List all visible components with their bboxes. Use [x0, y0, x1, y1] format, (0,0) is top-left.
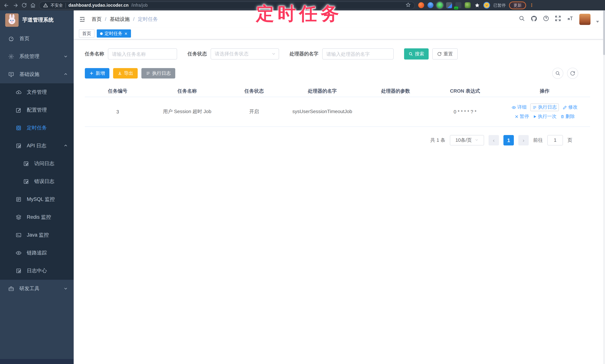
prev-page-button[interactable]: ‹ [488, 135, 499, 145]
eye-icon [16, 250, 22, 256]
close-tab-icon[interactable] [124, 32, 128, 35]
screen: 定时任务 不安全 dashboard.yudao.iocoder.cn /inf… [0, 0, 605, 364]
run-once-link[interactable]: 执行一次 [533, 114, 557, 120]
sidebar-item-config-manage[interactable]: 配置管理 [0, 101, 74, 119]
browser-profile-avatar[interactable] [483, 2, 490, 9]
reset-button-label: 重置 [444, 51, 453, 57]
fullscreen-icon[interactable] [555, 15, 561, 23]
goto-page-input[interactable] [547, 135, 563, 145]
browser-home-icon[interactable] [30, 2, 36, 8]
sidebar-item-access-log[interactable]: 访问日志 [0, 155, 74, 173]
browser-reload-icon[interactable] [22, 3, 27, 8]
extension-green-check-icon[interactable] [437, 2, 443, 8]
sidebar-item-home[interactable]: 首页 [0, 30, 74, 48]
page-scrollbar[interactable] [603, 10, 605, 364]
export-button-label: 导出 [124, 70, 133, 77]
handler-name-label: 处理器的名字 [289, 51, 318, 57]
chevron-up-icon [64, 72, 68, 77]
sidebar-bottom-strip [0, 359, 74, 364]
list-icon [146, 71, 150, 76]
font-size-icon[interactable] [567, 15, 574, 23]
page-1-button[interactable]: 1 [503, 135, 514, 145]
pause-link[interactable]: 暂停 [514, 114, 529, 120]
browser-back-icon[interactable] [4, 2, 9, 8]
job-status-select[interactable]: 请选择任务状态 [210, 48, 279, 60]
page-size-value: 10条/页 [455, 137, 472, 143]
sidebar-collapse-icon[interactable] [79, 16, 86, 23]
total-count: 共 1 条 [430, 137, 445, 143]
search-button-label: 搜索 [415, 51, 424, 57]
sidebar-item-infra[interactable]: 基础设施 [0, 65, 74, 83]
extension-leaf-icon[interactable] [465, 2, 471, 8]
app-logo [5, 13, 19, 27]
tab-home[interactable]: 首页 [79, 29, 94, 38]
add-button[interactable]: 新增 [85, 68, 109, 78]
log-edit-icon [23, 179, 29, 184]
avatar-caret-icon[interactable] [596, 21, 599, 23]
sidebar-item-tracing[interactable]: 链路追踪 [0, 244, 74, 262]
sidebar-item-label: API 日志 [27, 143, 46, 149]
help-icon[interactable] [543, 15, 549, 23]
next-page-button[interactable]: › [518, 135, 529, 145]
detail-link[interactable]: 详细 [512, 104, 527, 110]
briefcase-icon [8, 286, 14, 292]
sidebar-item-mysql-monitor[interactable]: MySQL 监控 [0, 191, 74, 208]
cloud-upload-icon [16, 89, 22, 95]
row-execution-log-link[interactable]: 执行日志 [530, 104, 559, 111]
sidebar-item-error-log[interactable]: 错误日志 [0, 173, 74, 191]
sidebar-item-redis-monitor[interactable]: Redis 监控 [0, 208, 74, 226]
job-name-input[interactable] [108, 48, 177, 60]
search-button[interactable]: 搜索 [404, 48, 429, 60]
refresh-table-button[interactable] [567, 68, 578, 79]
reset-button[interactable]: 重置 [432, 48, 458, 60]
cell-cron: 0 * * * * ? * [431, 97, 499, 127]
extension-grid-icon[interactable] [446, 2, 452, 8]
sidebar-item-label: 基础设施 [19, 71, 39, 78]
user-avatar[interactable] [579, 13, 591, 25]
sidebar-item-java-monitor[interactable]: Java 监控 [0, 226, 74, 244]
bookmark-star-icon[interactable] [406, 2, 411, 8]
delete-link[interactable]: 删除 [560, 114, 575, 120]
browser-update-button[interactable]: 更新 [509, 1, 526, 9]
chevron-down-icon [475, 137, 478, 143]
browser-forward-icon[interactable] [13, 2, 18, 8]
toggle-search-button[interactable] [552, 68, 563, 79]
cell-handler-param [360, 97, 431, 127]
extension-on-badge: on [454, 6, 458, 10]
sidebar-item-label: Redis 监控 [27, 214, 51, 221]
browser-menu-kebab-icon[interactable]: ⋮ [529, 3, 534, 8]
page-scrollbar-thumb[interactable] [603, 10, 605, 55]
execution-log-button[interactable]: 执行日志 [141, 68, 175, 78]
url-bar[interactable]: 不安全 dashboard.yudao.iocoder.cn /infra/jo… [39, 1, 415, 9]
breadcrumb-infra[interactable]: 基础设施 [110, 16, 130, 23]
chevron-down-icon [272, 51, 276, 57]
extension-orange-icon[interactable] [418, 2, 424, 8]
breadcrumb-home[interactable]: 首页 [92, 16, 102, 23]
chevron-up-icon [64, 143, 68, 149]
handler-name-input[interactable] [322, 48, 394, 60]
col-handler-name: 处理器的名字 [284, 86, 360, 97]
sidebar-item-file-manage[interactable]: 文件管理 [0, 83, 74, 101]
sidebar-item-api-log[interactable]: API 日志 [0, 137, 74, 155]
tab-scheduled-jobs[interactable]: 定时任务 [97, 29, 131, 38]
cell-handler-name: sysUserSessionTimeoutJob [284, 97, 360, 127]
extension-star-white-icon[interactable] [474, 2, 480, 8]
page-unit-label: 页 [567, 137, 572, 143]
edit-link[interactable]: 修改 [563, 104, 578, 110]
sidebar: 芋道管理系统 首页 系统管理 基础设施 文件管理 [0, 10, 74, 364]
header-search-icon[interactable] [519, 15, 525, 23]
extension-switch-icon[interactable]: on [455, 2, 461, 8]
sidebar-item-system[interactable]: 系统管理 [0, 48, 74, 65]
terminal-icon [16, 232, 22, 238]
extension-blue-icon[interactable] [428, 2, 434, 8]
sidebar-item-log-center[interactable]: 日志中心 [0, 262, 74, 280]
sidebar-item-label: 研发工具 [19, 285, 39, 292]
page-size-select[interactable]: 10条/页 [450, 135, 484, 145]
export-button[interactable]: 导出 [113, 68, 138, 78]
sidebar-item-dev-tools[interactable]: 研发工具 [0, 280, 74, 298]
sidebar-item-label: 首页 [19, 35, 29, 42]
sidebar-item-scheduled-jobs[interactable]: 定时任务 [0, 119, 74, 137]
col-handler-param: 处理器的参数 [360, 86, 431, 97]
github-icon[interactable] [531, 15, 537, 23]
app-title: 芋道管理系统 [22, 17, 53, 24]
